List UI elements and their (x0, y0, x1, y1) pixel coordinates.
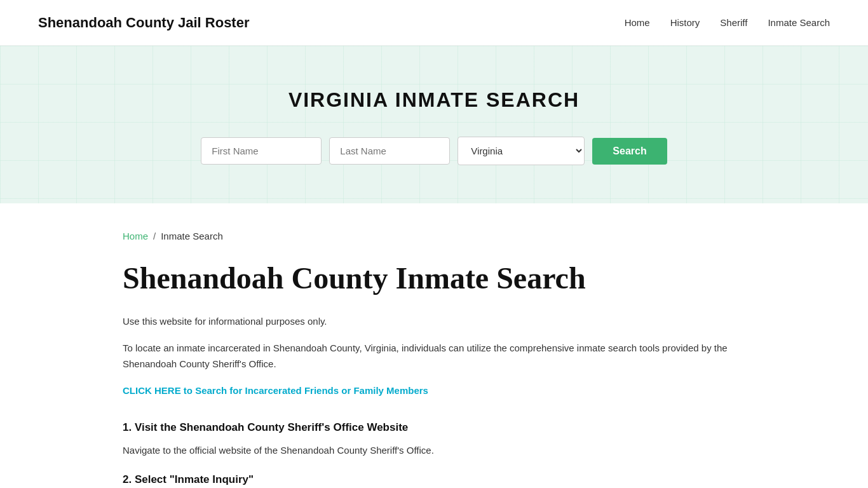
nav-item-inmate-search[interactable]: Inmate Search (768, 17, 830, 28)
first-name-input[interactable] (201, 137, 322, 165)
section-1-heading: 1. Visit the Shenandoah County Sheriff's… (123, 419, 745, 436)
section-1-text: Navigate to the official website of the … (123, 442, 745, 459)
breadcrumb-current: Inmate Search (161, 229, 223, 244)
nav-item-home[interactable]: Home (625, 17, 650, 28)
section-2-heading: 2. Select "Inmate Inquiry" (123, 471, 745, 488)
state-select[interactable]: AlabamaAlaskaArizonaArkansasCaliforniaCo… (458, 137, 585, 165)
inmate-search-form: AlabamaAlaskaArizonaArkansasCaliforniaCo… (13, 137, 855, 165)
site-logo[interactable]: Shenandoah County Jail Roster (38, 11, 250, 34)
hero-banner: VIRGINIA INMATE SEARCH AlabamaAlaskaAriz… (0, 46, 868, 203)
last-name-input[interactable] (329, 137, 450, 165)
page-title: Shenandoah County Inmate Search (123, 262, 745, 295)
nav-item-history[interactable]: History (670, 17, 700, 28)
main-nav: HomeHistorySheriffInmate Search (625, 15, 830, 31)
search-button[interactable]: Search (592, 138, 667, 165)
site-header: Shenandoah County Jail Roster HomeHistor… (0, 0, 868, 46)
breadcrumb-home[interactable]: Home (123, 229, 148, 244)
main-content: Home / Inmate Search Shenandoah County I… (85, 203, 783, 488)
intro-text-1: Use this website for informational purpo… (123, 313, 745, 330)
cta-link[interactable]: CLICK HERE to Search for Incarcerated Fr… (123, 383, 428, 398)
hero-title: VIRGINIA INMATE SEARCH (13, 84, 855, 116)
intro-text-2: To locate an inmate incarcerated in Shen… (123, 340, 745, 372)
breadcrumb: Home / Inmate Search (123, 229, 745, 244)
breadcrumb-separator: / (153, 229, 156, 244)
nav-item-sheriff[interactable]: Sheriff (720, 17, 747, 28)
